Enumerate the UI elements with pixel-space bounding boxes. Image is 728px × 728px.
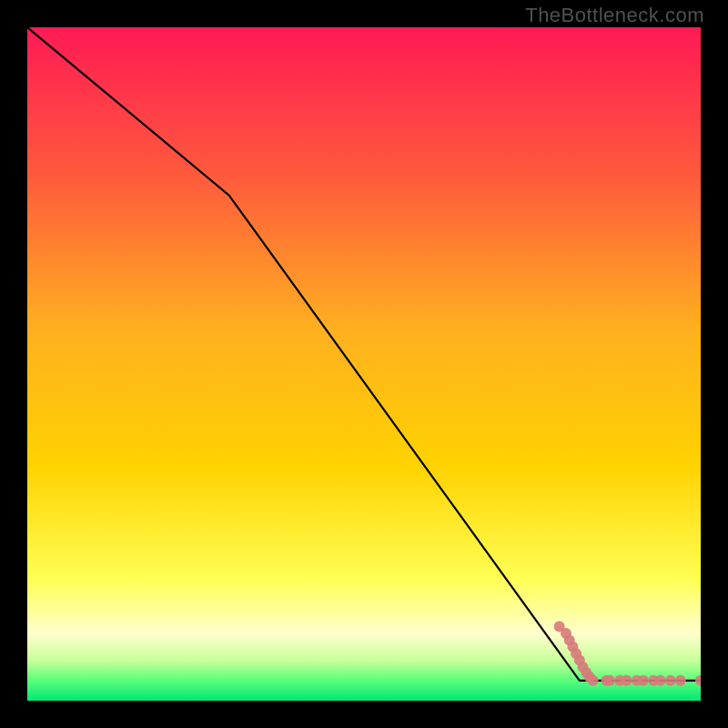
gradient-background	[27, 27, 701, 701]
data-point	[604, 675, 615, 686]
watermark-text: TheBottleneck.com	[525, 4, 704, 27]
chart-svg	[27, 27, 701, 701]
data-point	[638, 675, 649, 686]
chart-container: TheBottleneck.com	[0, 0, 728, 728]
data-point	[675, 675, 686, 686]
data-point	[622, 675, 632, 686]
data-point	[665, 675, 676, 686]
data-point	[588, 675, 599, 686]
data-point	[655, 675, 666, 686]
plot-area	[27, 27, 701, 701]
